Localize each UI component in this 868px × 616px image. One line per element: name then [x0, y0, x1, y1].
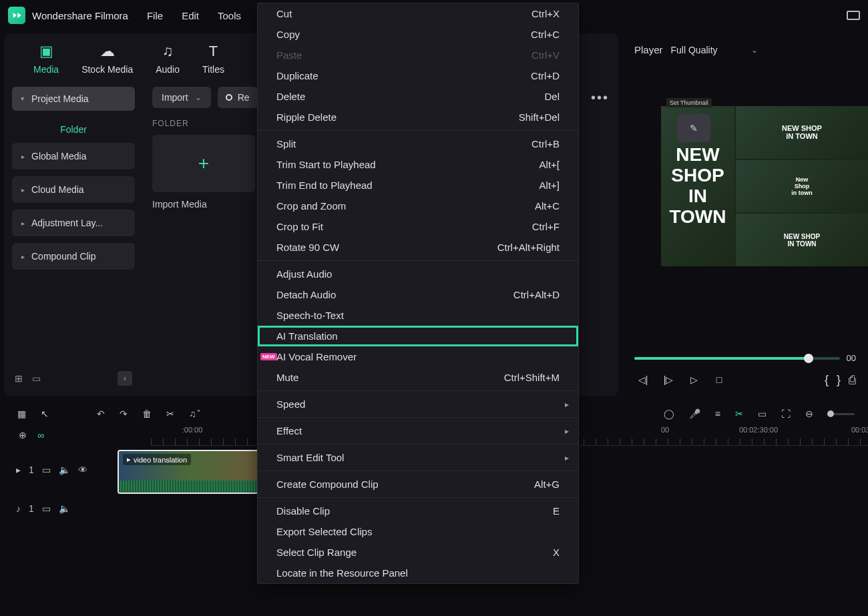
music-icon: ♫ — [162, 43, 174, 60]
ctx-delete[interactable]: DeleteDel — [258, 86, 578, 107]
sidebar-global-media[interactable]: ▸Global Media — [12, 143, 135, 170]
ctx-export-selected-clips[interactable]: Export Selected Clips — [258, 521, 578, 542]
link-icon[interactable]: ∞ — [37, 430, 44, 440]
media-sidebar: ▸ Project Media Folder ▸Global Media ▸Cl… — [4, 81, 143, 396]
zoom-slider[interactable] — [828, 413, 855, 415]
text-icon: T — [209, 43, 218, 60]
project-media-label: Project Media — [31, 93, 89, 104]
context-menu: CutCtrl+XCopyCtrl+CPasteCtrl+VDuplicateC… — [257, 3, 579, 584]
mark-in-button[interactable]: { — [825, 373, 829, 387]
prev-frame-button[interactable]: ◁| — [634, 371, 652, 388]
delete-button[interactable]: 🗑 — [142, 408, 152, 419]
ctx-cut[interactable]: CutCtrl+X — [258, 3, 578, 24]
menu-edit[interactable]: Edit — [182, 10, 199, 21]
ctx-detach-audio[interactable]: Detach AudioCtrl+Alt+D — [258, 284, 578, 305]
new-folder-icon[interactable]: ⊞ — [15, 373, 23, 384]
ctx-disable-clip[interactable]: Disable ClipE — [258, 501, 578, 521]
edit-icon[interactable]: ✎ — [677, 114, 710, 142]
layout-icon[interactable] — [847, 11, 860, 20]
app-logo — [8, 7, 25, 24]
sidebar-cloud-media[interactable]: ▸Cloud Media — [12, 176, 135, 203]
mute-icon[interactable]: 🔈 — [59, 465, 70, 475]
ruler-tick: :00:00 — [182, 426, 203, 434]
import-button[interactable]: Import ⌄ — [152, 87, 211, 108]
caret-icon: ▸ — [19, 97, 27, 101]
lock-icon[interactable]: ▭ — [42, 503, 51, 514]
snapshot-button[interactable]: ⎙ — [849, 373, 856, 387]
ctx-trim-start-to-playhead[interactable]: Trim Start to PlayheadAlt+[ — [258, 154, 578, 175]
scrub-track[interactable] — [634, 357, 840, 360]
undo-button[interactable]: ↶ — [97, 408, 105, 419]
music-tool-icon[interactable]: ♫˅ — [189, 408, 201, 419]
cut-button[interactable]: ✂ — [166, 408, 174, 419]
ctx-duplicate[interactable]: DuplicateCtrl+D — [258, 65, 578, 86]
player-panel: Player Full Quality ⌄ Set Thumbnail ✎ NE… — [622, 33, 868, 396]
quality-selector[interactable]: Full Quality ⌄ — [671, 45, 758, 55]
tab-media[interactable]: ▣ Media — [33, 43, 59, 75]
import-media-tile[interactable]: + — [152, 135, 255, 192]
marker-icon[interactable]: ◯ — [664, 408, 674, 419]
ctx-speed[interactable]: Speed — [258, 394, 578, 414]
menubar: File Edit Tools — [147, 10, 241, 21]
ctx-ai-translation[interactable]: AI Translation — [258, 326, 578, 346]
tab-audio[interactable]: ♫ Audio — [156, 43, 180, 75]
ctx-locate-in-the-resource-panel[interactable]: Locate in the Resource Panel — [258, 563, 578, 583]
play-button[interactable]: ▷ — [685, 371, 702, 388]
tab-stock-media[interactable]: ☁ Stock Media — [81, 43, 133, 75]
split-icon[interactable]: ✂ — [735, 408, 743, 419]
video-track-icon: ▸ — [16, 465, 21, 475]
ctx-smart-edit-tool[interactable]: Smart Edit Tool — [258, 447, 578, 468]
scrub-knob[interactable] — [804, 354, 813, 363]
pointer-icon[interactable]: ↖ — [41, 408, 49, 419]
stop-button[interactable]: □ — [710, 371, 728, 388]
plus-icon: + — [198, 153, 209, 174]
mute-icon[interactable]: 🔈 — [59, 503, 70, 514]
sidebar-adjustment-layer[interactable]: ▸Adjustment Lay... — [12, 210, 135, 236]
mixer-icon[interactable]: ≡ — [715, 408, 720, 419]
cloud-icon: ☁ — [100, 43, 115, 60]
ctx-crop-to-fit[interactable]: Crop to FitCtrl+F — [258, 216, 578, 237]
ctx-speech-to-text[interactable]: Speech-to-Text — [258, 305, 578, 326]
mic-icon[interactable]: 🎤 — [689, 408, 700, 419]
grid-icon[interactable]: ▦ — [17, 408, 26, 419]
ctx-ripple-delete[interactable]: Ripple DeleteShift+Del — [258, 107, 578, 127]
ctx-mute[interactable]: MuteCtrl+Shift+M — [258, 367, 578, 388]
scrub-bar[interactable]: 00 — [622, 345, 868, 367]
render-icon[interactable]: ▭ — [758, 408, 767, 419]
ctx-select-clip-range[interactable]: Select Clip RangeX — [258, 542, 578, 563]
ctx-copy[interactable]: CopyCtrl+C — [258, 24, 578, 45]
add-track-icon[interactable]: ⊕ — [19, 430, 27, 440]
record-button[interactable]: Re — [218, 87, 258, 108]
menu-tools[interactable]: Tools — [218, 10, 241, 21]
menu-file[interactable]: File — [147, 10, 163, 21]
tab-titles[interactable]: T Titles — [202, 43, 224, 75]
record-icon — [226, 94, 232, 101]
ctx-adjust-audio[interactable]: Adjust Audio — [258, 264, 578, 284]
image-icon: ▣ — [39, 43, 53, 60]
more-icon[interactable]: ••• — [591, 90, 609, 105]
ruler-tick: 00:03:00:00 — [851, 426, 868, 434]
ruler-tick: 00 — [661, 426, 669, 434]
ctx-ai-vocal-remover[interactable]: AI Vocal RemoverNEW — [258, 346, 578, 367]
ctx-create-compound-clip[interactable]: Create Compound ClipAlt+G — [258, 474, 578, 495]
ctx-crop-and-zoom[interactable]: Crop and ZoomAlt+C — [258, 196, 578, 216]
next-frame-button[interactable]: |▷ — [660, 371, 677, 388]
ctx-split[interactable]: SplitCtrl+B — [258, 133, 578, 154]
time-end: 00 — [847, 353, 856, 363]
lock-icon[interactable]: ▭ — [42, 465, 51, 475]
project-media-button[interactable]: ▸ Project Media — [12, 87, 135, 111]
mark-out-button[interactable]: } — [837, 373, 841, 387]
timeline-clip[interactable]: ▸video translation — [118, 450, 259, 494]
ctx-paste: PasteCtrl+V — [258, 45, 578, 65]
collapse-icon[interactable]: ‹ — [118, 371, 132, 386]
preview-viewport: Set Thumbnail ✎ NEW SHOPIN TOWN NEWSHOPI… — [622, 66, 868, 345]
sidebar-compound-clip[interactable]: ▸Compound Clip — [12, 243, 135, 270]
ctx-effect[interactable]: Effect — [258, 420, 578, 441]
folder-icon[interactable]: ▭ — [32, 373, 41, 384]
zoom-out-icon[interactable]: ⊖ — [805, 408, 813, 419]
redo-button[interactable]: ↷ — [120, 408, 128, 419]
set-thumbnail-badge[interactable]: Set Thumbnail — [666, 98, 712, 107]
ctx-trim-end-to-playhead[interactable]: Trim End to PlayheadAlt+] — [258, 175, 578, 196]
ctx-rotate-90-cw[interactable]: Rotate 90 CWCtrl+Alt+Right — [258, 237, 578, 258]
fit-icon[interactable]: ⛶ — [781, 408, 791, 419]
